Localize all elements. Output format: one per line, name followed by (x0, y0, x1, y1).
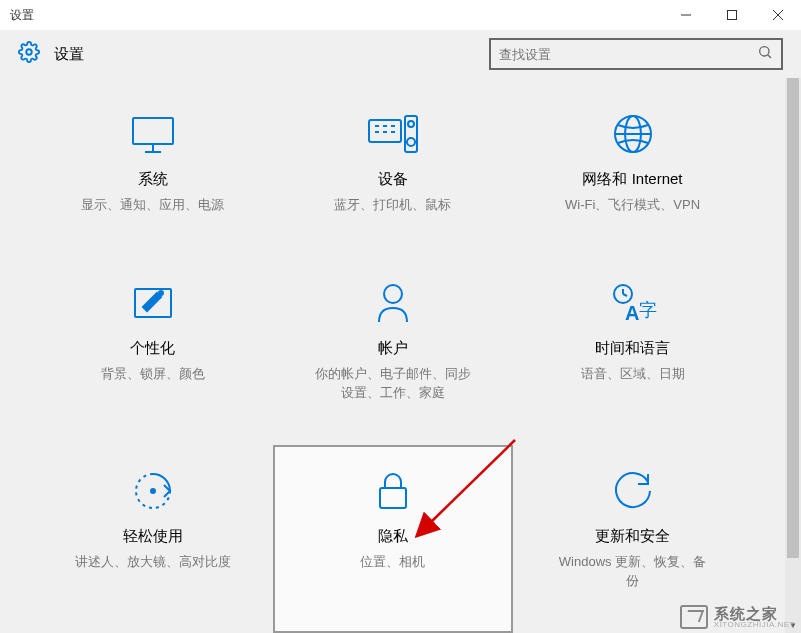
svg-point-24 (159, 291, 163, 295)
search-icon (757, 44, 773, 64)
minimize-button[interactable] (663, 0, 709, 30)
window-titlebar: 设置 (0, 0, 801, 30)
window-title: 设置 (10, 7, 34, 24)
page-header: 设置 (0, 30, 801, 78)
search-input[interactable] (499, 47, 757, 62)
svg-rect-32 (380, 488, 406, 508)
svg-text:字: 字 (639, 300, 657, 320)
tile-privacy[interactable]: 隐私 位置、相机 (273, 445, 513, 633)
tile-desc: 蓝牙、打印机、鼠标 (334, 195, 451, 215)
watermark-text-en: XITONGZHIJIA.NET (714, 621, 795, 629)
tile-personalization[interactable]: 个性化 背景、锁屏、颜色 (33, 257, 273, 445)
tile-title: 帐户 (378, 339, 408, 358)
scrollbar-thumb[interactable] (787, 78, 799, 558)
tile-title: 网络和 Internet (582, 170, 682, 189)
svg-rect-7 (133, 118, 173, 144)
tile-desc: 你的帐户、电子邮件、同步设置、工作、家庭 (313, 364, 473, 403)
maximize-button[interactable] (709, 0, 755, 30)
display-icon (129, 110, 177, 158)
lock-icon (376, 467, 410, 515)
tile-title: 更新和安全 (595, 527, 670, 546)
tile-title: 时间和语言 (595, 339, 670, 358)
gear-icon (18, 41, 40, 67)
page-title: 设置 (54, 45, 489, 64)
svg-point-25 (384, 285, 402, 303)
tile-title: 个性化 (130, 339, 175, 358)
tile-title: 设备 (378, 170, 408, 189)
svg-point-31 (151, 489, 155, 493)
tile-desc: 背景、锁屏、颜色 (101, 364, 205, 384)
search-box[interactable] (489, 38, 783, 70)
tile-title: 轻松使用 (123, 527, 183, 546)
tile-desc: Wi-Fi、飞行模式、VPN (565, 195, 700, 215)
tile-ease-of-access[interactable]: 轻松使用 讲述人、放大镜、高对比度 (33, 445, 273, 633)
svg-point-18 (408, 121, 414, 127)
vertical-scrollbar[interactable]: ▲ ▼ (785, 78, 801, 633)
ease-of-access-icon (132, 467, 174, 515)
tile-time-language[interactable]: A 字 时间和语言 语音、区域、日期 (513, 257, 753, 445)
tile-title: 系统 (138, 170, 168, 189)
watermark-text-cn: 系统之家 (714, 606, 795, 621)
close-button[interactable] (755, 0, 801, 30)
devices-icon (367, 110, 419, 158)
tile-accounts[interactable]: 帐户 你的帐户、电子邮件、同步设置、工作、家庭 (273, 257, 513, 445)
svg-point-19 (407, 138, 415, 146)
globe-icon (612, 110, 654, 158)
person-icon (375, 279, 411, 327)
tile-desc: Windows 更新、恢复、备份 (553, 552, 713, 591)
svg-text:A: A (625, 302, 639, 324)
svg-rect-1 (728, 11, 737, 20)
watermark: 系统之家 XITONGZHIJIA.NET (680, 605, 795, 629)
paint-icon (131, 279, 175, 327)
svg-point-5 (760, 47, 769, 56)
tile-network[interactable]: 网络和 Internet Wi-Fi、飞行模式、VPN (513, 88, 753, 257)
svg-point-4 (26, 49, 32, 55)
tile-desc: 讲述人、放大镜、高对比度 (75, 552, 231, 572)
time-language-icon: A 字 (609, 279, 657, 327)
tile-desc: 显示、通知、应用、电源 (81, 195, 224, 215)
settings-grid: 系统 显示、通知、应用、电源 设备 蓝牙、打印机、鼠标 (33, 78, 753, 633)
tile-devices[interactable]: 设备 蓝牙、打印机、鼠标 (273, 88, 513, 257)
tile-system[interactable]: 系统 显示、通知、应用、电源 (33, 88, 273, 257)
tile-title: 隐私 (378, 527, 408, 546)
refresh-icon (612, 467, 654, 515)
tile-desc: 语音、区域、日期 (581, 364, 685, 384)
tile-desc: 位置、相机 (360, 552, 425, 572)
svg-line-6 (768, 55, 771, 58)
content-area: 系统 显示、通知、应用、电源 设备 蓝牙、打印机、鼠标 (0, 78, 785, 633)
watermark-logo-icon (680, 605, 708, 629)
svg-line-28 (623, 294, 627, 296)
